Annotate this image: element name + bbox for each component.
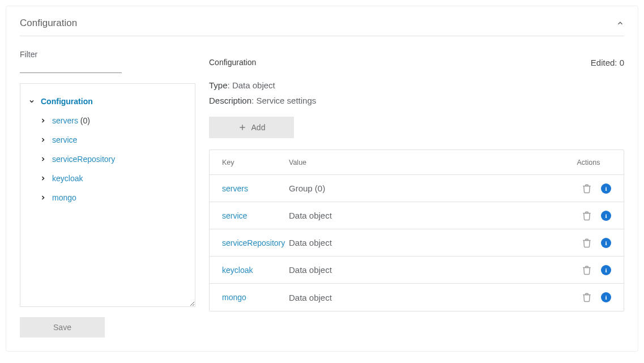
- save-button[interactable]: Save: [20, 317, 105, 338]
- row-value: Data object: [289, 265, 566, 275]
- filter-input[interactable]: [20, 60, 122, 73]
- plus-icon: [238, 123, 247, 132]
- collapse-button[interactable]: [616, 19, 624, 27]
- row-key[interactable]: service: [222, 211, 289, 220]
- chevron-down-icon: [28, 98, 36, 105]
- info-button[interactable]: i: [601, 265, 611, 275]
- delete-button[interactable]: [582, 292, 592, 302]
- row-value: Data object: [289, 211, 566, 220]
- row-key[interactable]: serviceRepository: [222, 238, 289, 247]
- table-header: Key Value Actions: [210, 150, 624, 175]
- table-row: serviceRepository Data object i: [210, 229, 624, 257]
- type-row: Type: Data object: [209, 80, 624, 90]
- row-value: Group (0): [289, 183, 566, 193]
- add-button-label: Add: [251, 123, 266, 132]
- filter-label: Filter: [20, 50, 195, 59]
- info-button[interactable]: i: [601, 292, 611, 302]
- tree-item-servicerepository[interactable]: serviceRepository: [28, 150, 193, 169]
- tree-item-label: service: [52, 135, 77, 144]
- row-key[interactable]: servers: [222, 184, 289, 193]
- sidebar-panel: Filter Configuration servers (0): [20, 50, 195, 338]
- info-button[interactable]: i: [601, 211, 611, 221]
- info-button[interactable]: i: [601, 183, 611, 194]
- col-header-key: Key: [222, 159, 289, 166]
- tree-root-label: Configuration: [41, 97, 93, 106]
- table-row: service Data object i: [210, 202, 624, 229]
- chevron-right-icon: [40, 117, 48, 124]
- card-title: Configuration: [20, 18, 77, 29]
- trash-icon: [582, 265, 592, 275]
- delete-button[interactable]: [582, 211, 592, 221]
- detail-title: Configuration: [209, 58, 256, 67]
- tree-item-servers[interactable]: servers (0): [28, 111, 193, 130]
- row-key[interactable]: keycloak: [222, 266, 289, 275]
- info-icon: i: [601, 292, 611, 302]
- add-button[interactable]: Add: [209, 117, 294, 138]
- type-value: Data object: [232, 80, 275, 90]
- trash-icon: [582, 183, 592, 194]
- delete-button[interactable]: [582, 265, 592, 275]
- tree-root[interactable]: Configuration: [28, 92, 193, 111]
- row-value: Data object: [289, 293, 566, 302]
- config-table: Key Value Actions servers Group (0): [209, 150, 624, 311]
- tree-item-suffix: (0): [78, 116, 90, 125]
- info-icon: i: [601, 211, 611, 221]
- col-header-value: Value: [289, 159, 566, 166]
- row-value: Data object: [289, 238, 566, 247]
- detail-panel: Configuration Edited: 0 Type: Data objec…: [209, 50, 624, 311]
- chevron-right-icon: [40, 136, 48, 143]
- tree-container[interactable]: Configuration servers (0) service: [20, 83, 195, 307]
- edited-count: 0: [620, 58, 624, 67]
- tree-item-mongo[interactable]: mongo: [28, 188, 193, 207]
- col-header-actions: Actions: [566, 159, 611, 166]
- chevron-up-icon: [616, 19, 624, 27]
- tree-item-label: serviceRepository: [52, 155, 115, 164]
- row-key[interactable]: mongo: [222, 293, 289, 302]
- info-button[interactable]: i: [601, 238, 611, 248]
- table-row: mongo Data object i: [210, 284, 624, 311]
- edited-indicator: Edited: 0: [591, 58, 624, 67]
- tree-item-service[interactable]: service: [28, 130, 193, 150]
- description-row: Description: Service settings: [209, 96, 624, 105]
- trash-icon: [582, 238, 592, 248]
- info-icon: i: [601, 238, 611, 248]
- info-icon: i: [601, 183, 611, 194]
- table-row: servers Group (0) i: [210, 175, 624, 202]
- tree-item-label: keycloak: [52, 174, 83, 183]
- trash-icon: [582, 292, 592, 302]
- chevron-right-icon: [40, 175, 48, 182]
- table-row: keycloak Data object i: [210, 257, 624, 284]
- edited-label: Edited:: [591, 58, 620, 67]
- chevron-right-icon: [40, 156, 48, 163]
- card-header: Configuration: [6, 6, 638, 36]
- delete-button[interactable]: [582, 238, 592, 248]
- tree-item-label: mongo: [52, 193, 76, 202]
- type-label: Type: [209, 80, 228, 90]
- configuration-card: Configuration Filter Configuration: [6, 6, 638, 352]
- tree-item-keycloak[interactable]: keycloak: [28, 169, 193, 188]
- description-label: Description: [209, 96, 251, 105]
- delete-button[interactable]: [582, 183, 592, 194]
- tree-item-label: servers: [52, 116, 78, 125]
- chevron-right-icon: [40, 194, 48, 201]
- description-value: Service settings: [256, 96, 316, 105]
- trash-icon: [582, 211, 592, 221]
- info-icon: i: [601, 265, 611, 275]
